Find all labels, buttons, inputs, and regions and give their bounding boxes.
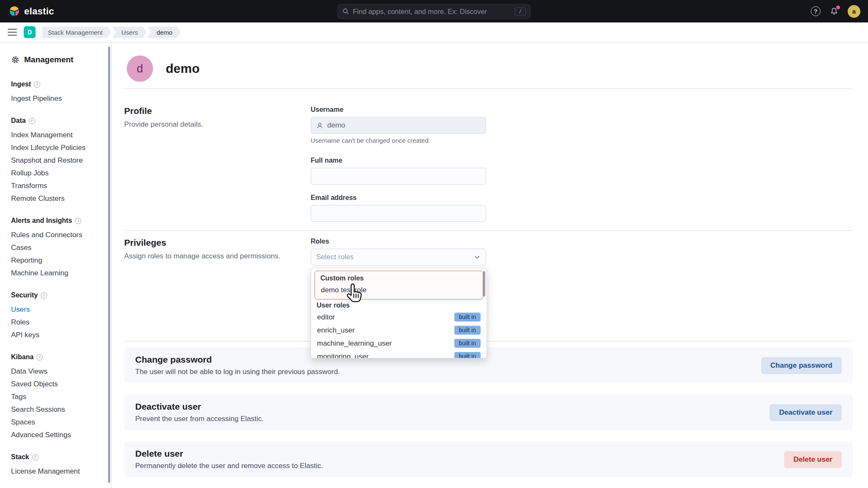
info-icon[interactable]: i	[75, 218, 81, 224]
info-icon[interactable]: i	[32, 454, 39, 460]
notification-dot	[836, 6, 840, 9]
sidebar-item-snapshot-and-restore[interactable]: Snapshot and Restore	[11, 154, 111, 167]
role-option-label: demo test role	[321, 286, 367, 294]
built-in-badge: built in	[454, 326, 481, 335]
sidebar-item-api-keys[interactable]: API keys	[11, 329, 111, 341]
sidebar-scrollbar[interactable]	[108, 47, 110, 483]
built-in-badge: built in	[454, 352, 481, 358]
sidebar-section-security: Security i Users Roles API keys	[11, 290, 111, 341]
deactivate-user-button[interactable]: Deactivate user	[770, 404, 842, 421]
roles-combobox[interactable]: Select roles	[311, 249, 486, 266]
role-option-label: editor	[317, 313, 335, 322]
search-icon	[342, 8, 349, 15]
privileges-heading: Privileges	[124, 238, 311, 248]
sidebar-section-ingest: Ingest i Ingest Pipelines	[11, 79, 111, 105]
role-option-demo-test-role[interactable]: demo test role	[315, 283, 483, 297]
section-label-ingest: Ingest	[11, 79, 31, 90]
search-input[interactable]	[353, 7, 511, 15]
user-icon	[316, 122, 323, 129]
breadcrumb-current-demo: demo	[147, 27, 181, 38]
roles-dropdown: Custom roles demo test role User roles e…	[311, 268, 487, 358]
sidebar-section-alerts: Alerts and Insights i Rules and Connecto…	[11, 215, 111, 280]
space-avatar[interactable]: D	[24, 26, 36, 38]
breadcrumb-users[interactable]: Users	[112, 27, 146, 38]
full-name-label: Full name	[311, 157, 486, 164]
delete-user-button[interactable]: Delete user	[784, 451, 842, 468]
section-label-alerts-and-insights: Alerts and Insights	[11, 215, 72, 226]
profile-section: Profile Provide personal details. Userna…	[124, 89, 853, 230]
username-help-text: Username can't be changed once created.	[311, 137, 486, 144]
roles-placeholder: Select roles	[316, 253, 354, 261]
user-initial-avatar: d	[127, 55, 153, 82]
sidebar-item-reporting[interactable]: Reporting	[11, 254, 111, 267]
sidebar-item-remote-clusters[interactable]: Remote Clusters	[11, 192, 111, 205]
sidebar-item-license-management[interactable]: License Management	[11, 465, 111, 478]
sidebar-item-search-sessions[interactable]: Search Sessions	[11, 403, 111, 416]
info-icon[interactable]: i	[34, 81, 40, 88]
help-icon[interactable]: ?	[811, 6, 821, 16]
elastic-logo-icon	[8, 6, 20, 17]
deactivate-user-heading: Deactivate user	[135, 402, 264, 412]
page-header: d demo	[124, 53, 853, 89]
roles-label: Roles	[311, 238, 853, 245]
sidebar-item-data-views[interactable]: Data Views	[11, 365, 111, 378]
management-sidebar: Management Ingest i Ingest Pipelines Dat…	[0, 42, 111, 488]
built-in-badge: built in	[454, 313, 481, 322]
profile-description: Provide personal details.	[124, 120, 311, 129]
sidebar-item-index-lifecycle-policies[interactable]: Index Lifecycle Policies	[11, 141, 111, 154]
sidebar-item-index-management[interactable]: Index Management	[11, 129, 111, 141]
user-avatar-menu[interactable]: a	[848, 5, 860, 18]
sidebar-item-advanced-settings[interactable]: Advanced Settings	[11, 429, 111, 441]
sidebar-section-kibana: Kibana i Data Views Saved Objects Tags S…	[11, 352, 111, 441]
info-icon[interactable]: i	[36, 354, 43, 360]
breadcrumb: Stack Management Users demo	[42, 27, 181, 38]
sidebar-section-data: Data i Index Management Index Lifecycle …	[11, 115, 111, 205]
sidebar-item-spaces[interactable]: Spaces	[11, 416, 111, 429]
elastic-brand[interactable]: elastic	[8, 6, 54, 17]
user-detail-page: d demo Profile Provide personal details.…	[111, 42, 868, 488]
page-title: demo	[166, 61, 200, 76]
top-navigation-bar: elastic / ? a	[0, 0, 868, 22]
brand-name: elastic	[24, 6, 54, 17]
dropdown-scrollbar[interactable]	[483, 271, 485, 297]
sidebar-item-rules-and-connectors[interactable]: Rules and Connectors	[11, 229, 111, 241]
role-option-label: monitoring_user	[317, 352, 369, 359]
info-icon[interactable]: i	[41, 292, 47, 299]
section-label-data: Data	[11, 115, 26, 126]
menu-hamburger-icon[interactable]	[8, 29, 17, 36]
sidebar-item-roles[interactable]: Roles	[11, 316, 111, 329]
breadcrumb-stack-management[interactable]: Stack Management	[42, 27, 111, 38]
breadcrumb-bar: D Stack Management Users demo	[0, 22, 868, 42]
sidebar-item-transforms[interactable]: Transforms	[11, 180, 111, 192]
privileges-section: Privileges Assign roles to manage access…	[124, 231, 853, 341]
sidebar-title: Management	[11, 55, 111, 64]
delete-user-description: Permanently delete the user and remove a…	[135, 462, 323, 470]
role-option-editor[interactable]: editor built in	[311, 311, 487, 324]
sidebar-section-stack: Stack i License Management	[11, 452, 111, 478]
info-icon[interactable]: i	[29, 118, 35, 124]
user-roles-group-label: User roles	[311, 300, 487, 311]
sidebar-item-rollup-jobs[interactable]: Rollup Jobs	[11, 167, 111, 180]
notifications-bell-icon[interactable]	[829, 6, 839, 17]
chevron-down-icon	[474, 254, 481, 261]
email-input[interactable]	[311, 205, 486, 222]
delete-user-panel: Delete user Permanently delete the user …	[124, 441, 853, 477]
sidebar-item-tags[interactable]: Tags	[11, 391, 111, 403]
change-password-description: The user will not be able to log in usin…	[135, 368, 340, 376]
sidebar-item-cases[interactable]: Cases	[11, 241, 111, 254]
sidebar-item-machine-learning[interactable]: Machine Learning	[11, 267, 111, 280]
sidebar-item-users[interactable]: Users	[11, 303, 111, 316]
profile-heading: Profile	[124, 106, 311, 116]
global-search[interactable]: /	[338, 4, 531, 19]
delete-user-heading: Delete user	[135, 449, 323, 459]
sidebar-item-saved-objects[interactable]: Saved Objects	[11, 378, 111, 391]
change-password-button[interactable]: Change password	[761, 357, 842, 374]
sidebar-item-ingest-pipelines[interactable]: Ingest Pipelines	[11, 92, 111, 105]
role-option-monitoring-user[interactable]: monitoring_user built in	[311, 350, 487, 358]
full-name-input[interactable]	[311, 168, 486, 185]
username-label: Username	[311, 106, 486, 114]
role-option-machine-learning-user[interactable]: machine_learning_user built in	[311, 337, 487, 350]
deactivate-user-description: Prevent the user from accessing Elastic.	[135, 415, 264, 423]
built-in-badge: built in	[454, 339, 481, 348]
role-option-enrich-user[interactable]: enrich_user built in	[311, 324, 487, 337]
